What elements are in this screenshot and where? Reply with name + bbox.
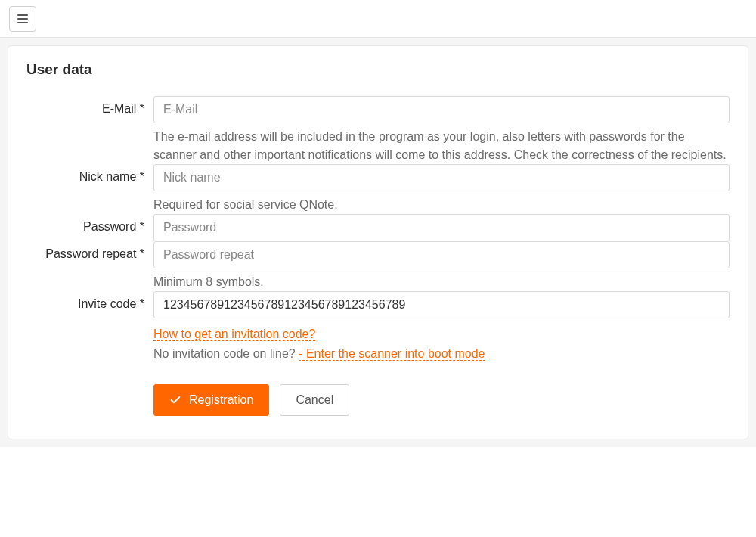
help-password-repeat: Minimum 8 symbols. bbox=[153, 273, 730, 291]
invite-field[interactable] bbox=[153, 291, 730, 318]
label-password: Password * bbox=[26, 214, 153, 234]
label-email: E-Mail * bbox=[26, 96, 153, 116]
menu-button[interactable] bbox=[9, 6, 36, 32]
col-invite: How to get an invitation code? No invita… bbox=[153, 291, 730, 416]
top-bar bbox=[0, 0, 756, 38]
col-nick: Required for social service QNote. bbox=[153, 164, 730, 214]
col-email: The e-mail address will be included in t… bbox=[153, 96, 730, 164]
check-icon bbox=[169, 394, 181, 406]
no-code-text: No invitation code on line? bbox=[153, 347, 299, 360]
label-invite: Invite code * bbox=[26, 291, 153, 311]
page-wrap: User data E-Mail * The e-mail address wi… bbox=[0, 38, 756, 447]
row-password: Password * bbox=[26, 214, 730, 241]
row-invite: Invite code * How to get an invitation c… bbox=[26, 291, 730, 416]
help-email: The e-mail address will be included in t… bbox=[153, 128, 730, 164]
label-password-repeat: Password repeat * bbox=[26, 241, 153, 261]
registration-label: Registration bbox=[189, 393, 253, 407]
password-repeat-field[interactable] bbox=[153, 241, 730, 268]
how-to-get-code-link[interactable]: How to get an invitation code? bbox=[153, 327, 315, 341]
nick-field[interactable] bbox=[153, 164, 730, 191]
col-password bbox=[153, 214, 730, 241]
help-nick: Required for social service QNote. bbox=[153, 196, 730, 214]
form-panel: User data E-Mail * The e-mail address wi… bbox=[8, 45, 748, 439]
label-nick: Nick name * bbox=[26, 164, 153, 184]
registration-button[interactable]: Registration bbox=[153, 384, 269, 416]
button-row: Registration Cancel bbox=[153, 384, 730, 416]
row-nick: Nick name * Required for social service … bbox=[26, 164, 730, 214]
row-password-repeat: Password repeat * Minimum 8 symbols. bbox=[26, 241, 730, 291]
col-password-repeat: Minimum 8 symbols. bbox=[153, 241, 730, 291]
invite-links: How to get an invitation code? No invita… bbox=[153, 324, 730, 363]
password-field[interactable] bbox=[153, 214, 730, 241]
cancel-button[interactable]: Cancel bbox=[280, 384, 349, 416]
hamburger-icon bbox=[17, 14, 28, 23]
panel-title: User data bbox=[26, 61, 730, 78]
email-field[interactable] bbox=[153, 96, 730, 123]
boot-mode-link[interactable]: - Enter the scanner into boot mode bbox=[299, 347, 485, 361]
row-email: E-Mail * The e-mail address will be incl… bbox=[26, 96, 730, 164]
cancel-label: Cancel bbox=[296, 393, 333, 407]
